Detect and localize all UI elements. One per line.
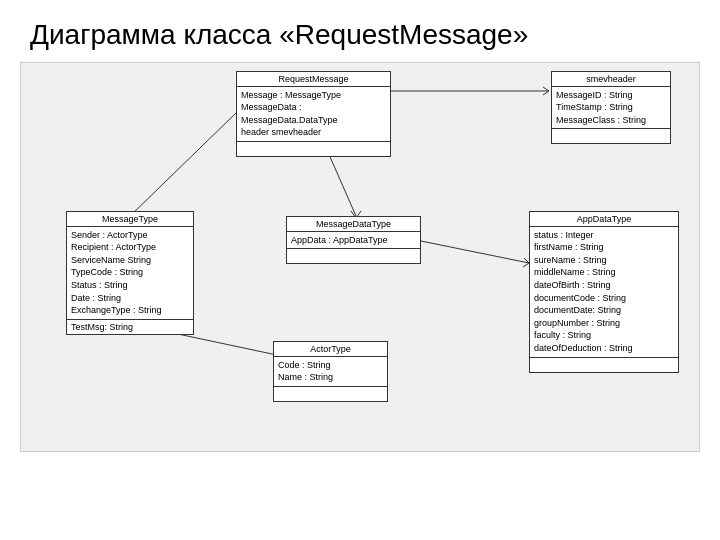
class-app-data-type: AppDataType status : Integer firstName :… bbox=[529, 211, 679, 373]
class-title-message-type: MessageType bbox=[67, 212, 193, 227]
page-title: Диаграмма класса «RequestMessage» bbox=[0, 0, 720, 62]
class-section-message-data-type bbox=[287, 248, 420, 263]
class-section-smevheader bbox=[552, 128, 670, 143]
class-message-data-type: MessageDataType AppData : AppDataType bbox=[286, 216, 421, 265]
class-title-message-data-type: MessageDataType bbox=[287, 217, 420, 232]
diagram-area: RequestMessage Message : MessageType Mes… bbox=[20, 62, 700, 452]
class-smevheader: smevheader MessageID : String TimeStamp … bbox=[551, 71, 671, 145]
class-title-actor-type: ActorType bbox=[274, 342, 387, 357]
class-message-type: MessageType Sender : ActorType Recipient… bbox=[66, 211, 194, 335]
class-body-message-data-type: AppData : AppDataType bbox=[287, 232, 420, 249]
class-actor-type: ActorType Code : String Name : String bbox=[273, 341, 388, 402]
class-body-request-message: Message : MessageType MessageData : Mess… bbox=[237, 87, 390, 141]
svg-line-3 bbox=[421, 241, 529, 263]
class-section-actor-type bbox=[274, 386, 387, 401]
class-section-request-message bbox=[237, 141, 390, 156]
class-request-message: RequestMessage Message : MessageType Mes… bbox=[236, 71, 391, 157]
class-body-smevheader: MessageID : String TimeStamp : String Me… bbox=[552, 87, 670, 129]
class-body-message-type: Sender : ActorType Recipient : ActorType… bbox=[67, 227, 193, 319]
class-body-app-data-type: status : Integer firstName : String sure… bbox=[530, 227, 678, 357]
class-title-request-message: RequestMessage bbox=[237, 72, 390, 87]
class-body-actor-type: Code : String Name : String bbox=[274, 357, 387, 386]
class-title-smevheader: smevheader bbox=[552, 72, 670, 87]
class-title-app-data-type: AppDataType bbox=[530, 212, 678, 227]
class-section-app-data-type bbox=[530, 357, 678, 372]
svg-line-1 bbox=[128, 113, 236, 218]
class-section-message-type: TestMsg: String bbox=[67, 319, 193, 334]
